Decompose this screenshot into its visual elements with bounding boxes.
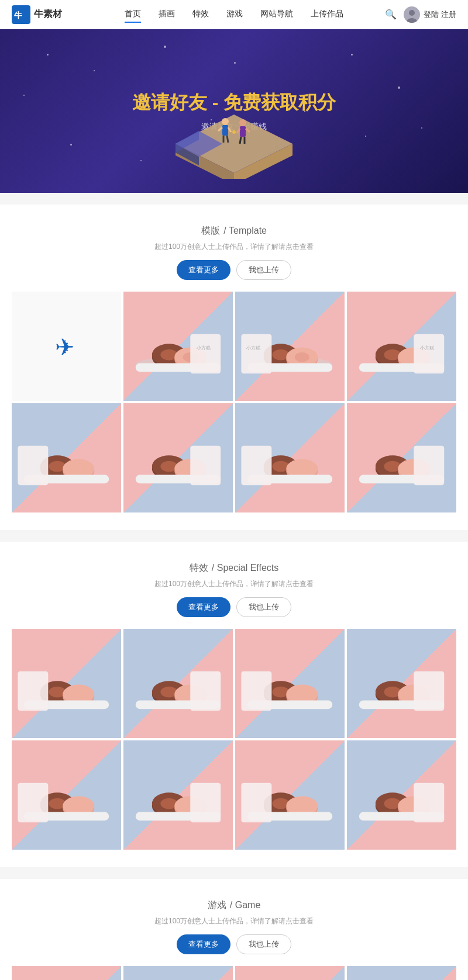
- header-right: 🔍 登陆 注册: [385, 6, 456, 23]
- nav-illustration[interactable]: 插画: [159, 6, 175, 23]
- effects-grid: [12, 629, 456, 850]
- effects-section: 特效 / Special Effects 超过100万创意人士上传作品，详情了解…: [0, 542, 468, 867]
- game-section: 游戏 / Game 超过100万创意人士上传作品，详情了解请点击查看 查看更多 …: [0, 879, 468, 980]
- template-section: 模版 / Template 超过100万创意人士上传作品，详情了解请点击查看 查…: [0, 205, 468, 530]
- grid-item[interactable]: [235, 629, 345, 738]
- grid-item[interactable]: [347, 966, 456, 980]
- grid-item[interactable]: [235, 966, 345, 980]
- donut-card-placeholder: ✈: [12, 292, 121, 401]
- site-header: 牛 牛素材 首页 插画 特效 游戏 网站导航 上传作品 🔍 登陆 注册: [0, 0, 468, 29]
- svg-rect-51: [414, 334, 444, 374]
- grid-item[interactable]: [347, 403, 456, 512]
- nav-game[interactable]: 游戏: [226, 6, 243, 23]
- svg-rect-18: [240, 126, 246, 137]
- svg-rect-12: [222, 125, 228, 136]
- grid-item[interactable]: 小方糕: [235, 292, 345, 401]
- svg-rect-101: [241, 671, 271, 711]
- donut-card: [123, 403, 233, 512]
- game-grid: [12, 966, 456, 980]
- template-btns: 查看更多 我也上传: [12, 260, 456, 280]
- donut-card: 小方糕: [347, 292, 456, 401]
- grid-item[interactable]: [12, 740, 121, 850]
- svg-rect-129: [241, 783, 271, 823]
- template-more-btn[interactable]: 查看更多: [177, 260, 230, 280]
- svg-rect-73: [241, 446, 271, 486]
- svg-text:✈: ✈: [55, 334, 75, 360]
- grid-item[interactable]: [123, 966, 233, 980]
- placeholder-icon: ✈: [52, 332, 81, 361]
- grid-item[interactable]: ✈: [12, 292, 121, 401]
- game-btns: 查看更多 我也上传: [12, 934, 456, 954]
- svg-rect-66: [190, 446, 221, 486]
- svg-rect-80: [414, 446, 444, 486]
- nav-upload[interactable]: 上传作品: [311, 6, 343, 23]
- effects-title: 特效 / Special Effects: [12, 559, 456, 574]
- grid-item[interactable]: 小方糕: [123, 292, 233, 401]
- svg-rect-136: [414, 783, 444, 823]
- grid-item[interactable]: [123, 403, 233, 512]
- svg-text:牛: 牛: [14, 11, 23, 20]
- template-grid: ✈ 小方糕: [12, 292, 456, 512]
- game-more-btn[interactable]: 查看更多: [177, 934, 230, 954]
- hero-banner: 邀请好友 - 免费获取积分 邀请好友一起赚钱: [0, 29, 468, 193]
- svg-rect-87: [18, 671, 48, 711]
- template-section-header: 模版 / Template 超过100万创意人士上传作品，详情了解请点击查看 查…: [12, 222, 456, 280]
- grid-item[interactable]: [347, 629, 456, 738]
- user-label: 登陆 注册: [424, 9, 456, 20]
- donut-card: [12, 403, 121, 512]
- svg-line-16: [227, 136, 228, 143]
- grid-item[interactable]: [347, 740, 456, 850]
- svg-point-41: [295, 352, 309, 362]
- avatar: [404, 6, 420, 23]
- template-title: 模版 / Template: [12, 222, 456, 237]
- svg-point-23: [232, 130, 236, 134]
- donut-card: [235, 403, 345, 512]
- grid-item[interactable]: [123, 629, 233, 738]
- svg-text:小方糕: 小方糕: [246, 345, 260, 351]
- svg-point-17: [239, 119, 246, 126]
- nav-effects[interactable]: 特效: [192, 6, 209, 23]
- svg-text:小方糕: 小方糕: [420, 345, 434, 351]
- template-desc: 超过100万创意人士上传作品，详情了解请点击查看: [12, 242, 456, 252]
- logo-text: 牛素材: [34, 8, 62, 20]
- svg-rect-33: [190, 334, 221, 374]
- svg-text:小方糕: 小方糕: [197, 345, 211, 351]
- logo-icon: 牛: [12, 5, 30, 24]
- game-title: 游戏 / Game: [12, 896, 456, 912]
- user-area[interactable]: 登陆 注册: [404, 6, 456, 23]
- game-section-header: 游戏 / Game 超过100万创意人士上传作品，详情了解请点击查看 查看更多 …: [12, 896, 456, 954]
- svg-rect-108: [414, 671, 444, 711]
- grid-item[interactable]: [12, 403, 121, 512]
- svg-point-3: [409, 10, 415, 16]
- logo[interactable]: 牛 牛素材: [12, 5, 62, 24]
- grid-item[interactable]: [12, 966, 121, 980]
- search-icon[interactable]: 🔍: [385, 9, 397, 20]
- nav-home[interactable]: 首页: [125, 6, 141, 23]
- effects-desc: 超过100万创意人士上传作品，详情了解请点击查看: [12, 579, 456, 589]
- grid-item[interactable]: [12, 629, 121, 738]
- grid-item[interactable]: [235, 740, 345, 850]
- template-upload-btn[interactable]: 我也上传: [236, 260, 291, 280]
- donut-card: [347, 403, 456, 512]
- banner-illustration: [170, 103, 298, 181]
- svg-rect-59: [18, 446, 48, 486]
- effects-upload-btn[interactable]: 我也上传: [236, 597, 291, 617]
- svg-rect-115: [18, 783, 48, 823]
- effects-more-btn[interactable]: 查看更多: [177, 597, 230, 617]
- nav-site-guide[interactable]: 网站导航: [260, 6, 293, 23]
- donut-card: 小方糕: [123, 292, 233, 401]
- grid-item[interactable]: 小方糕: [347, 292, 456, 401]
- donut-card: 小方糕: [235, 292, 345, 401]
- svg-line-21: [240, 137, 241, 144]
- effects-btns: 查看更多 我也上传: [12, 597, 456, 617]
- game-desc: 超过100万创意人士上传作品，详情了解请点击查看: [12, 916, 456, 926]
- svg-rect-43: [241, 334, 271, 374]
- grid-item[interactable]: [123, 740, 233, 850]
- game-upload-btn[interactable]: 我也上传: [236, 934, 291, 954]
- grid-item[interactable]: [235, 403, 345, 512]
- effects-section-header: 特效 / Special Effects 超过100万创意人士上传作品，详情了解…: [12, 559, 456, 617]
- svg-rect-122: [190, 783, 221, 823]
- main-nav: 首页 插画 特效 游戏 网站导航 上传作品: [125, 6, 343, 23]
- svg-rect-94: [190, 671, 221, 711]
- svg-point-11: [222, 118, 229, 125]
